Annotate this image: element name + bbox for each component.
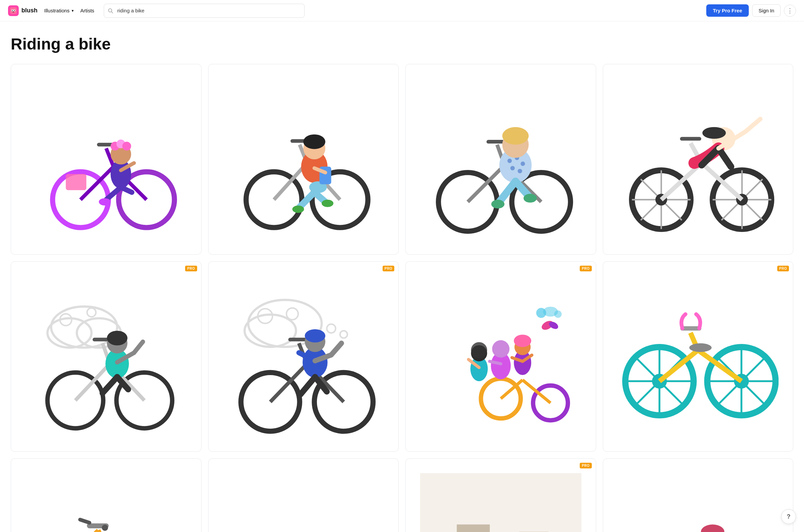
search-icon	[108, 8, 113, 13]
illustration-card-8[interactable]: PRO	[603, 261, 793, 452]
svg-point-3	[12, 10, 13, 11]
svg-point-128	[471, 342, 487, 358]
help-button[interactable]: ?	[781, 509, 796, 524]
search-container	[104, 4, 304, 18]
pro-badge-7: PRO	[580, 266, 592, 271]
svg-point-56	[524, 194, 537, 203]
card-illustration-4	[603, 64, 793, 254]
svg-point-4	[14, 10, 15, 11]
card-illustration-7	[406, 262, 596, 452]
svg-line-120	[523, 380, 550, 403]
illustration-card-6[interactable]: PRO	[208, 261, 399, 452]
svg-rect-180	[456, 524, 490, 532]
svg-line-94	[134, 342, 143, 353]
svg-line-6	[111, 12, 113, 13]
try-pro-free-button[interactable]: Try Pro Free	[706, 4, 749, 17]
svg-point-130	[492, 340, 509, 358]
svg-point-37	[292, 206, 304, 213]
svg-point-48	[521, 161, 525, 166]
logo-icon	[8, 5, 19, 16]
svg-point-102	[340, 331, 348, 338]
svg-rect-13	[66, 174, 86, 190]
illustration-card-9[interactable]	[11, 458, 202, 532]
brand-name: blush	[21, 7, 37, 14]
svg-line-54	[516, 182, 528, 196]
illustration-card-10[interactable]: ✦	[208, 458, 399, 532]
svg-point-32	[303, 134, 325, 149]
svg-line-95	[102, 377, 117, 393]
sign-in-button[interactable]: Sign In	[752, 4, 781, 17]
logo-link[interactable]: blush	[8, 5, 37, 16]
svg-point-208	[701, 524, 724, 532]
card-illustration-5	[11, 262, 201, 452]
card-illustration-9	[11, 459, 201, 532]
illustration-card-4[interactable]	[603, 64, 793, 254]
illustration-card-5[interactable]: PRO	[11, 261, 202, 452]
svg-point-18	[122, 141, 131, 150]
card-illustration-12	[603, 459, 793, 532]
main-content: Riding a bike	[0, 21, 804, 532]
card-illustration-1	[11, 64, 201, 254]
svg-point-154	[689, 343, 712, 352]
svg-point-50	[518, 169, 522, 173]
svg-point-133	[514, 335, 531, 347]
svg-point-21	[99, 198, 110, 206]
svg-point-49	[510, 166, 515, 170]
svg-line-115	[300, 377, 315, 395]
illustration-card-3[interactable]	[405, 64, 596, 254]
svg-point-167	[102, 525, 108, 531]
svg-line-78	[746, 119, 761, 131]
svg-point-111	[305, 329, 325, 342]
illustration-card-1[interactable]	[11, 64, 202, 254]
svg-point-46	[507, 158, 511, 163]
svg-point-83	[87, 308, 96, 317]
ellipsis-icon: ⋮	[787, 7, 793, 14]
card-illustration-8	[603, 262, 793, 452]
nav-illustrations-menu[interactable]: Illustrations ▾	[44, 8, 74, 13]
illustration-card-11[interactable]: PRO	[405, 458, 596, 532]
pro-badge-11: PRO	[580, 463, 592, 469]
nav-artists-link[interactable]: Artists	[80, 8, 94, 13]
svg-line-34	[314, 192, 325, 202]
svg-point-123	[554, 310, 561, 318]
navbar: blush Illustrations ▾ Artists Try Pro Fr…	[0, 0, 804, 21]
chevron-down-icon: ▾	[72, 8, 74, 13]
pro-badge-8: PRO	[777, 266, 789, 271]
svg-rect-0	[10, 7, 17, 14]
svg-line-165	[64, 530, 98, 532]
svg-line-114	[331, 343, 342, 355]
svg-point-92	[107, 331, 127, 346]
svg-point-52	[502, 127, 528, 145]
svg-line-76	[719, 148, 731, 167]
svg-point-38	[322, 200, 333, 207]
card-illustration-10: ✦	[208, 459, 399, 532]
svg-point-55	[491, 200, 504, 208]
pro-badge-6: PRO	[382, 266, 394, 271]
svg-point-100	[286, 308, 298, 320]
illustration-card-2[interactable]	[208, 64, 399, 254]
svg-rect-178	[420, 473, 581, 532]
pro-badge-5: PRO	[185, 266, 197, 271]
card-illustration-11	[406, 459, 596, 532]
illustration-card-12[interactable]	[603, 458, 793, 532]
illustration-grid: PRO	[11, 64, 793, 532]
svg-point-98	[245, 315, 296, 347]
svg-line-166	[80, 520, 89, 522]
question-mark-icon: ?	[787, 513, 791, 520]
search-input[interactable]	[104, 4, 304, 18]
card-illustration-3	[406, 64, 596, 254]
card-illustration-2	[208, 64, 399, 254]
illustration-card-7[interactable]: PRO	[405, 261, 596, 452]
more-options-button[interactable]: ⋮	[784, 5, 796, 17]
svg-point-74	[702, 127, 726, 138]
svg-point-101	[327, 324, 335, 333]
nav-right: Try Pro Free Sign In ⋮	[706, 4, 796, 17]
page-title: Riding a bike	[11, 35, 793, 53]
card-illustration-6	[208, 262, 399, 452]
